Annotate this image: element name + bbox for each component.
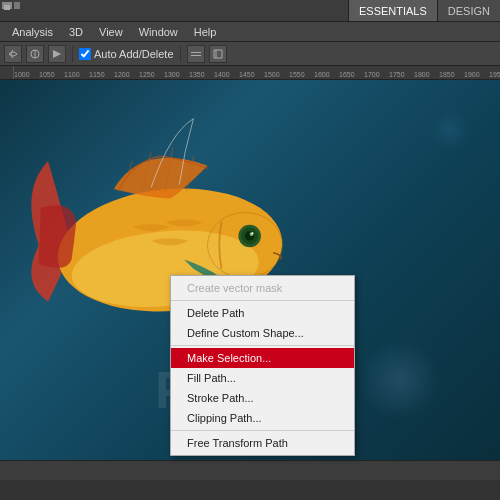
context-menu: Create vector mask Delete Path Define Cu… bbox=[170, 275, 355, 456]
ctx-separator-1 bbox=[171, 300, 354, 301]
ruler-mark: 1250 bbox=[139, 71, 155, 78]
ruler-mark: 1600 bbox=[314, 71, 330, 78]
top-bar: ESSENTIALS DESIGN bbox=[0, 0, 500, 22]
status-bar bbox=[0, 460, 500, 480]
ruler: 1000 1050 1100 1150 1200 1250 1300 1350 … bbox=[0, 66, 500, 80]
ruler-mark: 1500 bbox=[264, 71, 280, 78]
ruler-mark: 1550 bbox=[289, 71, 305, 78]
ctx-separator-2 bbox=[171, 345, 354, 346]
ruler-mark: 1900 bbox=[464, 71, 480, 78]
ruler-mark: 1100 bbox=[64, 71, 80, 78]
menu-analysis[interactable]: Analysis bbox=[4, 22, 61, 41]
ctx-make-selection[interactable]: Make Selection... bbox=[171, 348, 354, 368]
toolbar-separator-1 bbox=[72, 46, 73, 62]
ctx-define-custom-shape[interactable]: Define Custom Shape... bbox=[171, 323, 354, 343]
ruler-mark: 1050 bbox=[39, 71, 55, 78]
ruler-mark: 1350 bbox=[189, 71, 205, 78]
auto-add-delete-label: Auto Add/Delete bbox=[94, 48, 174, 60]
ctx-separator-3 bbox=[171, 430, 354, 431]
essentials-btn[interactable]: ESSENTIALS bbox=[348, 0, 437, 21]
menu-help[interactable]: Help bbox=[186, 22, 225, 41]
tool-btn-2[interactable] bbox=[26, 45, 44, 63]
ctx-clipping-path[interactable]: Clipping Path... bbox=[171, 408, 354, 428]
ruler-mark: 1950 bbox=[489, 71, 500, 78]
ruler-mark: 1300 bbox=[164, 71, 180, 78]
menu-window[interactable]: Window bbox=[131, 22, 186, 41]
app-icon-area bbox=[0, 0, 30, 23]
ctx-fill-path[interactable]: Fill Path... bbox=[171, 368, 354, 388]
menu-view[interactable]: View bbox=[91, 22, 131, 41]
toolbar-separator-2 bbox=[180, 46, 181, 62]
svg-rect-6 bbox=[191, 55, 201, 56]
ruler-mark: 1800 bbox=[414, 71, 430, 78]
svg-marker-2 bbox=[14, 2, 20, 9]
tool-btn-1[interactable] bbox=[4, 45, 22, 63]
tool-btn-4[interactable] bbox=[187, 45, 205, 63]
canvas-area: Path Create vector mask Delete Path Defi… bbox=[0, 80, 500, 480]
ctx-stroke-path[interactable]: Stroke Path... bbox=[171, 388, 354, 408]
menu-3d[interactable]: 3D bbox=[61, 22, 91, 41]
ruler-mark: 1400 bbox=[214, 71, 230, 78]
auto-add-delete-option: Auto Add/Delete bbox=[79, 48, 174, 60]
menu-bar: Analysis 3D View Window Help bbox=[0, 22, 500, 42]
ctx-delete-path[interactable]: Delete Path bbox=[171, 303, 354, 323]
ctx-create-vector-mask[interactable]: Create vector mask bbox=[171, 278, 354, 298]
tool-btn-3[interactable] bbox=[48, 45, 66, 63]
light-bokeh bbox=[360, 340, 440, 420]
svg-rect-1 bbox=[4, 5, 10, 10]
ctx-free-transform-path[interactable]: Free Transform Path bbox=[171, 433, 354, 453]
ruler-mark: 1150 bbox=[89, 71, 105, 78]
ruler-mark: 1200 bbox=[114, 71, 130, 78]
ruler-mark: 1450 bbox=[239, 71, 255, 78]
toolbar: Auto Add/Delete bbox=[0, 42, 500, 66]
workspace-buttons: ESSENTIALS DESIGN bbox=[348, 0, 500, 21]
light-bokeh-2 bbox=[430, 110, 470, 150]
ruler-mark: 1650 bbox=[339, 71, 355, 78]
ruler-content: 1000 1050 1100 1150 1200 1250 1300 1350 … bbox=[0, 66, 500, 79]
design-btn[interactable]: DESIGN bbox=[437, 0, 500, 21]
ruler-mark: 1700 bbox=[364, 71, 380, 78]
ruler-mark: 1750 bbox=[389, 71, 405, 78]
ruler-mark: 1850 bbox=[439, 71, 455, 78]
auto-add-delete-checkbox[interactable] bbox=[79, 48, 91, 60]
svg-rect-5 bbox=[191, 52, 201, 53]
svg-point-13 bbox=[252, 232, 254, 234]
tool-btn-5[interactable] bbox=[209, 45, 227, 63]
ruler-mark: 1000 bbox=[14, 71, 30, 78]
